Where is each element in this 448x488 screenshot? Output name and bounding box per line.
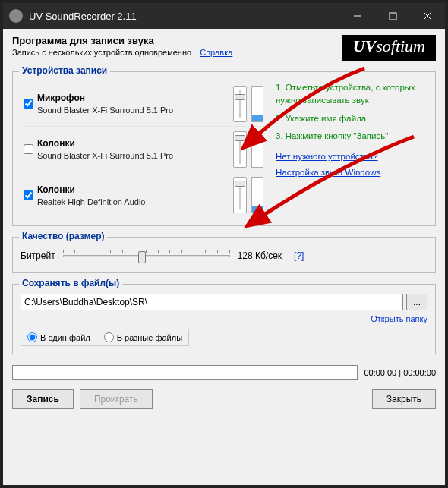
save-mode-single[interactable]: В один файл: [27, 332, 90, 342]
no-device-link[interactable]: Нет нужного устройства?: [276, 150, 378, 163]
instruction-step: 3. Нажмите кнопку "Запись": [276, 130, 427, 143]
device-name: Микрофон: [37, 93, 233, 103]
quality-group-title: Качество (размер): [19, 231, 107, 241]
save-group-title: Сохранять в файл(ы): [19, 278, 122, 288]
maximize-button[interactable]: [375, 3, 410, 29]
minimize-button[interactable]: [340, 3, 375, 29]
device-detail: Sound Blaster X-Fi Surround 5.1 Pro: [37, 151, 233, 160]
device-row: Колонки Realtek High Definition Audio: [21, 172, 267, 218]
app-icon: [9, 9, 23, 23]
brand-logo: UVsoftium: [342, 35, 436, 61]
volume-slider[interactable]: [233, 86, 247, 122]
bitrate-label: Битрейт: [21, 250, 55, 261]
help-link[interactable]: Справка: [200, 48, 232, 57]
play-button[interactable]: Проиграть: [80, 389, 153, 409]
level-meter: [251, 86, 263, 122]
level-meter: [251, 131, 263, 168]
save-mode-radios: В один файл В разные файлы: [21, 329, 189, 346]
save-mode-multi[interactable]: В разные файлы: [104, 332, 182, 342]
app-heading: Программа для записи звука: [12, 35, 342, 46]
progress-bar: [12, 365, 358, 380]
bitrate-help-link[interactable]: [?]: [294, 250, 304, 261]
bitrate-value: 128 Кб/сек: [238, 250, 282, 261]
device-name: Колонки: [37, 184, 233, 195]
browse-button[interactable]: ...: [406, 294, 427, 310]
device-detail: Sound Blaster X-Fi Surround 5.1 Pro: [37, 105, 233, 115]
window-title: UV SoundRecorder 2.11: [29, 11, 340, 22]
device-checkbox[interactable]: [24, 144, 33, 154]
device-row: Колонки Sound Blaster X-Fi Surround 5.1 …: [21, 127, 267, 172]
level-meter: [251, 177, 263, 213]
close-app-button[interactable]: Закрыть: [372, 389, 436, 409]
device-checkbox[interactable]: [24, 190, 33, 200]
instructions: 1. Отметьте устройства, с которых нужно …: [276, 81, 427, 218]
device-name: Колонки: [37, 138, 233, 149]
save-group: Сохранять в файл(ы) ... Открыть папку В …: [12, 284, 436, 354]
device-row: Микрофон Sound Blaster X-Fi Surround 5.1…: [21, 81, 267, 127]
app-subheading: Запись с нескольких устройств одновремен…: [12, 48, 342, 57]
open-folder-link[interactable]: Открыть папку: [371, 314, 427, 323]
devices-group: Устройства записи Микрофон Sound Blaster…: [12, 71, 436, 226]
record-button[interactable]: Запись: [12, 389, 74, 409]
volume-slider[interactable]: [233, 177, 247, 213]
device-checkbox[interactable]: [24, 99, 33, 109]
save-path-input[interactable]: [21, 294, 403, 310]
windows-sound-link[interactable]: Настройка звука Windows: [276, 166, 380, 179]
quality-group: Качество (размер) Битрейт 128 Кб/сек [?]: [12, 237, 436, 273]
volume-slider[interactable]: [233, 131, 247, 168]
titlebar: UV SoundRecorder 2.11: [3, 3, 445, 29]
instruction-step: 1. Отметьте устройства, с которых нужно …: [276, 81, 427, 108]
instruction-step: 2. Укажите имя файла: [276, 112, 427, 125]
timer-display: 00:00:00 | 00:00:00: [364, 368, 436, 377]
close-button[interactable]: [410, 3, 445, 29]
device-detail: Realtek High Definition Audio: [37, 197, 233, 206]
svg-rect-1: [390, 13, 396, 20]
devices-group-title: Устройства записи: [19, 65, 110, 76]
bitrate-slider[interactable]: [63, 248, 230, 263]
